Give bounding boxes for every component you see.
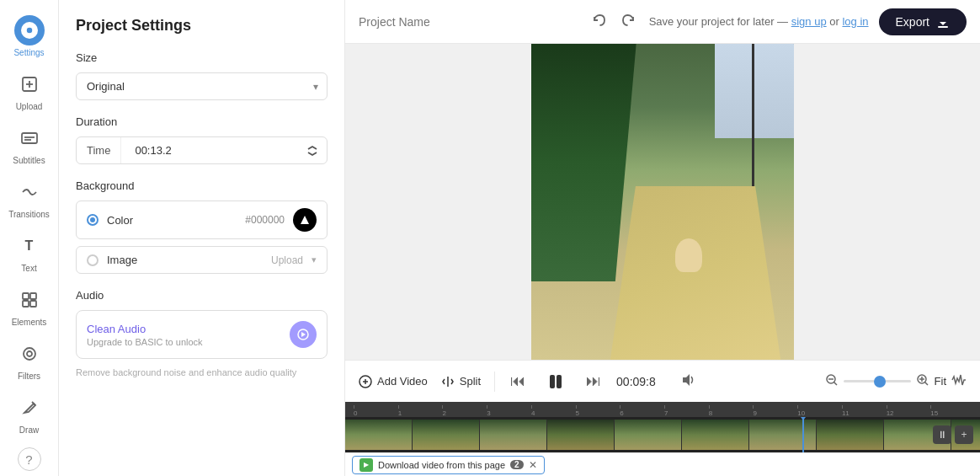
background-color-option[interactable]: Color #000000 [76, 201, 328, 239]
filters-icon [14, 339, 45, 369]
playhead[interactable] [802, 417, 804, 452]
volume-button[interactable] [680, 372, 695, 391]
sidebar-item-elements[interactable]: Elements [0, 278, 58, 332]
undo-button[interactable] [589, 9, 610, 35]
waveform-button[interactable] [951, 372, 967, 391]
pole-decoration [752, 44, 754, 202]
ruler-mark-2: 2 [440, 405, 485, 417]
save-text: Save your project for later — sign up or… [649, 15, 869, 28]
background-label: Background [76, 179, 328, 192]
color-swatch[interactable] [293, 208, 317, 232]
ruler-mark-15: 15 [929, 405, 973, 417]
sidebar-item-subtitles[interactable]: Subtitles [0, 116, 58, 170]
background-image-option[interactable]: Image Upload ▾ [76, 246, 328, 274]
fit-label[interactable]: Fit [935, 375, 946, 388]
track-thumb-7 [749, 420, 817, 450]
video-frame [531, 44, 794, 360]
ruler-mark-12: 12 [885, 405, 929, 417]
video-scene [531, 44, 794, 360]
size-select-wrapper: Original 16:99:161:14:5 ▾ [76, 72, 328, 100]
sidebar-item-settings-label: Settings [13, 48, 44, 57]
sidebar-item-transitions-label: Transitions [8, 210, 50, 219]
svg-rect-5 [22, 133, 37, 143]
size-select[interactable]: Original 16:99:161:14:5 [77, 73, 327, 99]
duration-arrows-btn[interactable] [298, 138, 327, 163]
zoom-out-button[interactable] [825, 373, 839, 389]
ruler-mark-8: 8 [707, 405, 752, 417]
sidebar-item-transitions[interactable]: Transitions [0, 170, 58, 224]
track-thumb-8 [817, 420, 884, 450]
upload-dropdown-icon: ▾ [312, 254, 317, 265]
zoom-area: Fit [709, 372, 967, 391]
sidebar-item-upload-label: Upload [16, 102, 43, 111]
transitions-icon [14, 177, 45, 207]
sidebar-item-settings[interactable]: Settings [0, 8, 58, 62]
timeline-track: 0 1 2 3 4 5 6 7 8 9 10 11 12 15 [345, 402, 980, 452]
svg-point-12 [24, 348, 35, 360]
ruler-mark-7: 7 [663, 405, 707, 417]
svg-rect-21 [551, 376, 554, 388]
size-label: Size [76, 51, 328, 64]
timecode-display: 00:09:8 [616, 375, 667, 388]
download-play-icon: ▶ [360, 458, 373, 472]
redo-button[interactable] [617, 9, 639, 35]
settings-panel: Project Settings Size Original 16:99:161… [59, 0, 345, 476]
svg-rect-10 [23, 301, 29, 307]
audio-card: Clean Audio Upgrade to BASIC to unlock [76, 310, 328, 359]
sidebar-item-draw[interactable]: Draw [0, 386, 58, 440]
sidebar: Settings Upload Subtitles Transitions T [0, 0, 59, 476]
sign-up-link[interactable]: sign up [791, 15, 827, 28]
sidebar-item-filters-label: Filters [18, 372, 40, 381]
skip-forward-button[interactable]: ⏭ [584, 371, 603, 392]
svg-point-1 [26, 27, 33, 34]
ruler-mark-3: 3 [485, 405, 530, 417]
timeline-end-buttons: ⏸ + [933, 425, 973, 444]
ruler-mark-0: 0 [352, 405, 397, 417]
text-icon: T [14, 231, 45, 261]
add-video-button[interactable]: Add Video [359, 375, 428, 388]
track-thumb-5 [615, 420, 682, 450]
audio-title[interactable]: Clean Audio [87, 323, 203, 335]
ruler-mark-5: 5 [574, 405, 619, 417]
export-button[interactable]: Export [879, 8, 967, 35]
ruler-mark-1: 1 [397, 405, 441, 417]
timeline-end-btn-1[interactable]: ⏸ [933, 425, 951, 444]
duration-label: Duration [76, 115, 328, 128]
zoom-slider[interactable] [844, 380, 911, 382]
sky-decoration [715, 44, 794, 138]
settings-title: Project Settings [76, 17, 328, 35]
color-option-label: Color [107, 214, 237, 227]
download-video-button[interactable]: ▶ Download video from this page 2 ✕ [352, 456, 545, 474]
size-section: Size Original 16:99:161:14:5 ▾ [76, 51, 328, 100]
sidebar-item-filters[interactable]: Filters [0, 332, 58, 386]
audio-action-btn[interactable] [290, 321, 317, 348]
zoom-in-button[interactable] [916, 373, 929, 389]
image-option-label: Image [107, 254, 263, 266]
image-upload-btn[interactable]: Upload [271, 254, 303, 266]
sidebar-item-upload[interactable]: Upload [0, 62, 58, 116]
split-button[interactable]: Split [441, 375, 481, 388]
audio-subtitle: Upgrade to BASIC to unlock [87, 337, 203, 347]
timeline-divider [494, 372, 495, 392]
sidebar-item-help[interactable]: ? [0, 441, 58, 476]
sidebar-item-draw-label: Draw [19, 425, 39, 435]
svg-rect-8 [23, 293, 29, 299]
log-in-link[interactable]: log in [842, 15, 868, 28]
color-radio[interactable] [87, 214, 99, 226]
duration-type: Time [77, 137, 121, 163]
timeline-add-btn[interactable]: + [955, 425, 973, 444]
top-bar: Save your project for later — sign up or… [345, 0, 980, 44]
track-thumb-6 [682, 420, 749, 450]
track-thumb-4 [547, 420, 615, 450]
close-download-button[interactable]: ✕ [529, 459, 537, 471]
image-radio[interactable] [87, 254, 99, 266]
ruler-mark-9: 9 [751, 405, 796, 417]
help-icon: ? [18, 447, 41, 471]
svg-line-27 [924, 382, 928, 386]
skip-back-button[interactable]: ⏮ [509, 371, 527, 392]
zoom-slider-wrap [844, 380, 911, 382]
track-thumb-2 [413, 420, 480, 450]
sidebar-item-text[interactable]: T Text [0, 224, 58, 278]
play-pause-button[interactable] [541, 366, 571, 397]
project-name-input[interactable] [359, 15, 578, 29]
